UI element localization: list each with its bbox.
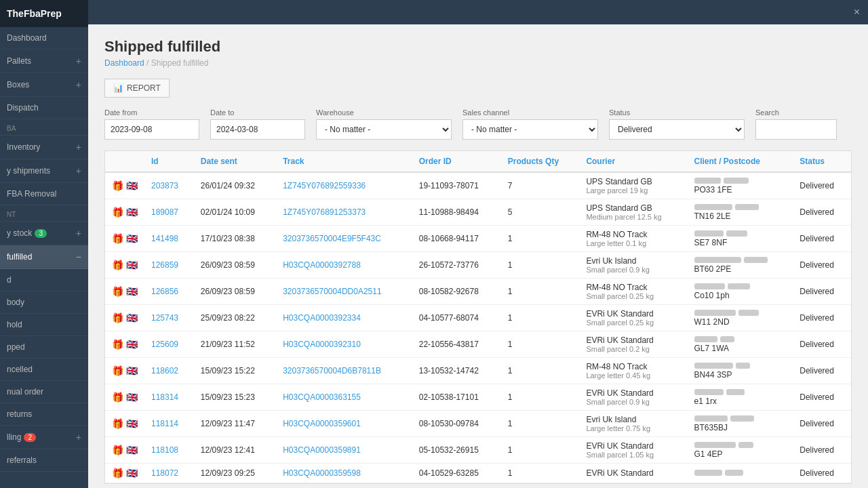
plus-icon[interactable]: +: [76, 79, 81, 90]
uk-flag-icon: 🇬🇧: [126, 418, 138, 429]
lling-badge: 2: [24, 433, 36, 442]
row-id[interactable]: 118114: [144, 411, 194, 437]
row-track[interactable]: H03CQA0000359598: [276, 464, 412, 483]
row-track[interactable]: 3203736570004DD0A2511: [276, 279, 412, 305]
topbar: ×: [88, 0, 868, 24]
plus-icon[interactable]: +: [76, 432, 81, 443]
sidebar: TheFbaPrep Dashboard Pallets + Boxes + D…: [0, 0, 88, 488]
row-order-id: 19-11093-78071: [412, 172, 501, 199]
row-track[interactable]: H03CQA0000359601: [276, 411, 412, 437]
row-track[interactable]: 3203736570004D6B7811B: [276, 358, 412, 384]
close-button[interactable]: ×: [854, 6, 860, 18]
sidebar-item-fba-removal[interactable]: FBA Removal: [0, 183, 88, 205]
row-track[interactable]: H03CQA0000363155: [276, 384, 412, 411]
warehouse-group: Warehouse - No matter -: [316, 108, 452, 140]
sidebar-item-label: d: [7, 275, 12, 285]
page-title: Shipped fulfilled: [104, 38, 852, 56]
sidebar-item-pallets[interactable]: Pallets +: [0, 49, 88, 73]
sidebar-item-y-shipments[interactable]: y shipments +: [0, 159, 88, 183]
sidebar-item-lling[interactable]: lling 2 +: [0, 426, 88, 449]
search-input[interactable]: [755, 119, 837, 140]
row-icons: 🎁 🇬🇧: [105, 331, 144, 358]
sidebar-item-body[interactable]: body: [0, 291, 88, 314]
row-status: Delivered: [793, 199, 851, 226]
status-group: Status Delivered: [609, 108, 745, 140]
sidebar-item-d[interactable]: d: [0, 269, 88, 291]
collapse-icon[interactable]: −: [76, 251, 81, 262]
plus-icon[interactable]: +: [76, 56, 81, 66]
row-track[interactable]: 1Z745Y076891253373: [276, 199, 412, 226]
warehouse-label: Warehouse: [316, 108, 452, 117]
col-order-id[interactable]: Order ID: [412, 151, 501, 172]
sidebar-item-nual-order[interactable]: nual order: [0, 381, 88, 403]
col-date-sent[interactable]: Date sent: [194, 151, 276, 172]
report-button[interactable]: 📊 REPORT: [104, 79, 170, 98]
date-from-input[interactable]: [104, 119, 199, 140]
sidebar-item-returns[interactable]: returns: [0, 403, 88, 426]
row-id[interactable]: 203873: [144, 172, 194, 199]
row-date-sent: 12/09/23 12:41: [194, 437, 276, 464]
sidebar-item-label: fulfilled: [7, 252, 32, 262]
sidebar-item-ncelled[interactable]: ncelled: [0, 359, 88, 381]
row-id[interactable]: 189087: [144, 199, 194, 226]
row-client-postcode: SE7 8NF: [688, 226, 793, 252]
row-id[interactable]: 118072: [144, 464, 194, 483]
sidebar-item-referrals[interactable]: referrals: [0, 449, 88, 472]
row-track[interactable]: H03CQA0000392310: [276, 331, 412, 358]
search-group: Search: [755, 108, 837, 140]
row-track[interactable]: H03CQA0000392788: [276, 252, 412, 279]
row-products-qty: 5: [501, 199, 580, 226]
gift-icon: 🎁: [112, 445, 123, 455]
sidebar-item-y-stock[interactable]: y stock 3 +: [0, 222, 88, 245]
date-to-input[interactable]: [210, 119, 305, 140]
status-select[interactable]: Delivered: [609, 119, 745, 140]
sidebar-item-label: returns: [7, 409, 32, 419]
row-id[interactable]: 118314: [144, 384, 194, 411]
row-id[interactable]: 118108: [144, 437, 194, 464]
sidebar-item-boxes[interactable]: Boxes +: [0, 73, 88, 97]
plus-icon[interactable]: +: [76, 165, 81, 176]
row-track[interactable]: 1Z745Y076892559336: [276, 172, 412, 199]
plus-icon[interactable]: +: [76, 228, 81, 239]
sidebar-item-hold[interactable]: hold: [0, 314, 88, 336]
row-id[interactable]: 126859: [144, 252, 194, 279]
row-order-id: 22-10556-43817: [412, 331, 501, 358]
row-id[interactable]: 125743: [144, 305, 194, 331]
sidebar-item-inventory[interactable]: Inventory +: [0, 136, 88, 159]
row-courier: EVRi UK Standard Small parcel 0.2 kg: [579, 331, 687, 358]
col-id[interactable]: Id: [144, 151, 194, 172]
row-icons: 🎁 🇬🇧: [105, 464, 144, 483]
warehouse-select[interactable]: - No matter -: [316, 119, 452, 140]
row-products-qty: 1: [501, 226, 580, 252]
sales-channel-select[interactable]: - No matter -: [462, 119, 598, 140]
row-track[interactable]: H03CQA0000392334: [276, 305, 412, 331]
row-id[interactable]: 126856: [144, 279, 194, 305]
row-client-postcode: TN16 2LE: [688, 199, 793, 226]
sidebar-item-dashboard[interactable]: Dashboard: [0, 27, 88, 49]
col-products-qty[interactable]: Products Qty: [501, 151, 580, 172]
col-client-postcode[interactable]: Client / Postcode: [688, 151, 793, 172]
col-status[interactable]: Status: [793, 151, 851, 172]
table-row: 🎁 🇬🇧 203873 26/01/24 09:32 1Z745Y0768925…: [105, 172, 851, 199]
plus-icon[interactable]: +: [76, 142, 81, 152]
row-client-postcode: G1 4EP: [688, 437, 793, 464]
row-track[interactable]: 3203736570004E9F5F43C: [276, 226, 412, 252]
gift-icon: 🎁: [112, 233, 123, 244]
row-id[interactable]: 118602: [144, 358, 194, 384]
row-client-postcode: [688, 464, 793, 483]
col-track[interactable]: Track: [276, 151, 412, 172]
breadcrumb-home[interactable]: Dashboard: [104, 58, 144, 68]
sidebar-item-fulfilled[interactable]: fulfilled −: [0, 245, 88, 269]
row-client-postcode: PO33 1FE: [688, 172, 793, 199]
row-id[interactable]: 125609: [144, 331, 194, 358]
row-track[interactable]: H03CQA0000359891: [276, 437, 412, 464]
row-id[interactable]: 141498: [144, 226, 194, 252]
row-date-sent: 26/09/23 08:59: [194, 279, 276, 305]
breadcrumb-current: Shipped fulfilled: [151, 58, 209, 68]
sidebar-item-pped[interactable]: pped: [0, 336, 88, 359]
col-courier[interactable]: Courier: [579, 151, 687, 172]
row-order-id: 11-10988-98494: [412, 199, 501, 226]
sidebar-item-label: Pallets: [7, 56, 31, 66]
sidebar-item-dispatch[interactable]: Dispatch: [0, 97, 88, 119]
sidebar-item-label: Boxes: [7, 80, 29, 89]
